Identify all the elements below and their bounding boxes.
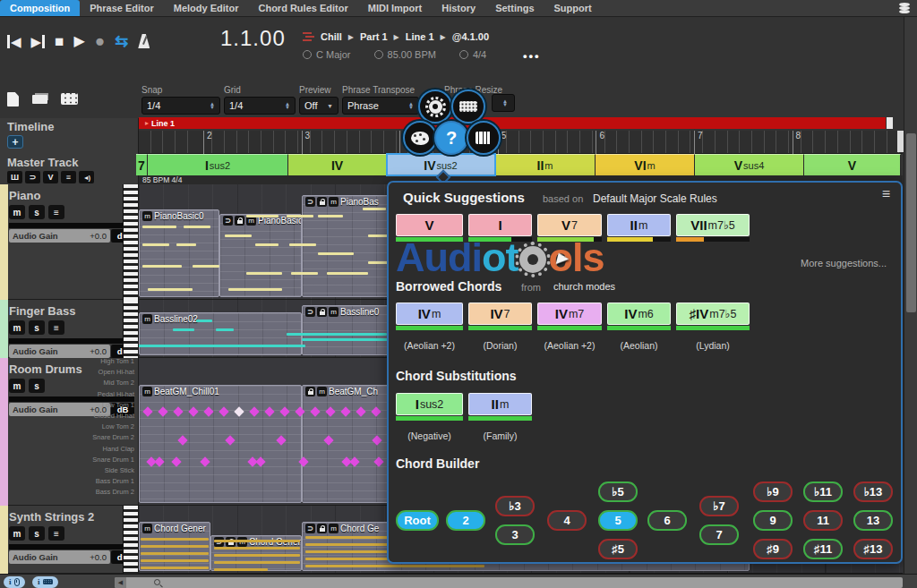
builder-note-♯5[interactable]: ♯5 — [598, 539, 638, 559]
database-icon[interactable] — [898, 2, 912, 15]
speaker-icon[interactable] — [79, 171, 94, 183]
track-button-mute[interactable]: m — [9, 320, 25, 335]
metronome-button[interactable] — [138, 31, 150, 51]
track-button-solo[interactable]: s — [29, 205, 45, 219]
menu-tab-support[interactable]: Support — [544, 0, 602, 16]
new-file-icon[interactable] — [7, 92, 19, 107]
help-button[interactable]: ? — [434, 121, 468, 155]
magnifier-icon[interactable] — [154, 579, 160, 585]
velocity-icon[interactable] — [43, 171, 58, 183]
keyboard-entry-button[interactable] — [451, 89, 485, 124]
track-button-menu[interactable]: ≡ — [48, 526, 64, 541]
layers-icon[interactable] — [32, 95, 47, 104]
clip-bassline02[interactable]: Bassline02 — [139, 312, 302, 355]
master-chord-iim[interactable]: IIm — [495, 154, 596, 175]
master-chord-v[interactable]: V — [804, 154, 901, 175]
skip-end-button[interactable]: ▶ — [31, 31, 46, 51]
generate-settings-button[interactable] — [418, 89, 452, 124]
bar-ruler[interactable]: 2345678 — [139, 131, 903, 154]
clip-pianobasic0[interactable]: PianoBasic0 — [139, 209, 219, 297]
phrase-resize-stepper[interactable]: ▲▼ — [492, 94, 515, 112]
builder-note-♯13[interactable]: ♯13 — [853, 539, 893, 559]
builder-note-♭9[interactable]: ♭9 — [753, 481, 793, 502]
play-button[interactable]: ▶ — [73, 31, 84, 51]
menu-tab-phrase-editor[interactable]: Phrase Editor — [80, 0, 164, 16]
m-icon[interactable] — [317, 387, 327, 396]
master-chord-vim[interactable]: VIm — [596, 154, 695, 175]
clip-pianobasic0[interactable]: PianoBasic0 — [219, 214, 302, 297]
more-suggestions-link[interactable]: More suggestions... — [801, 258, 887, 268]
lock-icon[interactable] — [317, 524, 327, 533]
bpm-selector[interactable]: 85.00 BPM — [374, 49, 436, 60]
stop-button[interactable]: ■ — [55, 31, 64, 51]
scroll-left-button[interactable]: ◀ — [115, 577, 126, 588]
magnet-icon[interactable] — [305, 307, 315, 317]
chord-chip-v[interactable]: V — [396, 214, 463, 242]
m-icon[interactable] — [142, 387, 152, 396]
sections-icon[interactable] — [303, 32, 314, 42]
grid-stepper[interactable]: 1/4▲▼ — [224, 97, 296, 115]
stepper-arrows-icon[interactable]: ▲▼ — [408, 102, 414, 110]
builder-note-♭7[interactable]: ♭7 — [699, 496, 739, 516]
menu-tab-midi-import[interactable]: MIDI Import — [358, 0, 433, 16]
palette-button[interactable] — [403, 121, 437, 155]
master-chord-iv[interactable]: IV — [288, 154, 387, 175]
track-header-synth-strings-2[interactable]: Synth Strings 2ms≡Audio Gain+0.0dB — [0, 506, 139, 574]
stepper-arrows-icon[interactable]: ▲▼ — [285, 102, 290, 110]
chord-chip-ivm7[interactable]: IVm7 — [537, 303, 602, 330]
more-options-button[interactable]: ••• — [523, 49, 541, 63]
menu-tab-melody-editor[interactable]: Melody Editor — [164, 0, 249, 16]
menu-tab-chord-rules-editor[interactable]: Chord Rules Editor — [248, 0, 357, 16]
builder-note-♭11[interactable]: ♭11 — [803, 481, 843, 502]
record-button[interactable]: ● — [95, 31, 105, 51]
master-chord-vsus4[interactable]: Vsus4 — [695, 154, 804, 175]
builder-note-3[interactable]: 3 — [495, 524, 535, 545]
builder-note-9[interactable]: 9 — [753, 510, 793, 531]
loop-button[interactable]: ⇆ — [115, 31, 128, 51]
breadcrumb-item[interactable]: Line 1 — [406, 31, 434, 42]
magnet-icon[interactable] — [223, 216, 233, 226]
builder-note-4[interactable]: 4 — [547, 510, 587, 531]
track-button-solo[interactable]: s — [29, 526, 45, 541]
keyboard-info-pill[interactable]: i — [32, 576, 58, 588]
m-icon[interactable] — [329, 524, 339, 533]
m-icon[interactable] — [329, 197, 339, 207]
builder-note-2[interactable]: 2 — [446, 510, 485, 531]
stepper-arrows-icon[interactable]: ▲▼ — [502, 99, 508, 107]
m-icon[interactable] — [329, 307, 339, 317]
builder-note-6[interactable]: 6 — [647, 510, 687, 531]
builder-note-11[interactable]: 11 — [803, 510, 843, 531]
chord-chip-i[interactable]: I — [468, 214, 532, 242]
builder-note-5[interactable]: 5 — [598, 510, 638, 531]
preview-dropdown[interactable]: Off▼ — [299, 97, 339, 115]
builder-note-♭5[interactable]: ♭5 — [598, 481, 638, 502]
m-icon[interactable] — [142, 211, 152, 221]
chord-chip-ivm6[interactable]: IVm6 — [607, 303, 671, 330]
master-chord-7[interactable]: 7 — [136, 154, 148, 175]
piano-view-icon[interactable] — [7, 171, 22, 183]
piano-button[interactable] — [467, 121, 501, 155]
add-line-button[interactable]: + — [7, 135, 23, 149]
builder-note-root[interactable]: Root — [396, 510, 439, 531]
clip-beatgm-chill01[interactable]: BeatGM_Chill01 — [139, 385, 302, 503]
magnet-icon[interactable] — [25, 171, 40, 183]
chord-chip-isus2[interactable]: Isus2 — [396, 393, 463, 421]
chord-chip-viim7♭5[interactable]: VIIm7♭5 — [676, 214, 750, 242]
audio-gain-slider[interactable]: Audio Gain+0.0 — [9, 229, 110, 243]
m-icon[interactable] — [142, 314, 152, 324]
builder-note-♯9[interactable]: ♯9 — [753, 539, 793, 559]
phrase-transpose-stepper[interactable]: Phrase▲▼ — [342, 97, 419, 115]
lock-icon[interactable] — [235, 216, 244, 226]
breadcrumb-item[interactable]: @4.1.00 — [452, 31, 489, 42]
chord-chip-iim[interactable]: IIm — [607, 214, 671, 242]
builder-note-♭3[interactable]: ♭3 — [495, 496, 535, 516]
track-button-menu[interactable]: ≡ — [48, 205, 64, 219]
popup-menu-icon[interactable]: ≡ — [882, 186, 890, 202]
builder-note-♭13[interactable]: ♭13 — [853, 481, 893, 502]
chord-chip-iv7[interactable]: IV7 — [468, 303, 532, 330]
key-selector[interactable]: C Major — [303, 49, 351, 60]
lock-icon[interactable] — [305, 387, 315, 396]
track-header-finger-bass[interactable]: Finger Bassms≡Audio Gain+0.0dB — [0, 300, 139, 358]
stepper-arrows-icon[interactable]: ▲▼ — [210, 102, 215, 110]
track-header-piano[interactable]: Pianoms≡Audio Gain+0.0dB — [0, 184, 139, 300]
